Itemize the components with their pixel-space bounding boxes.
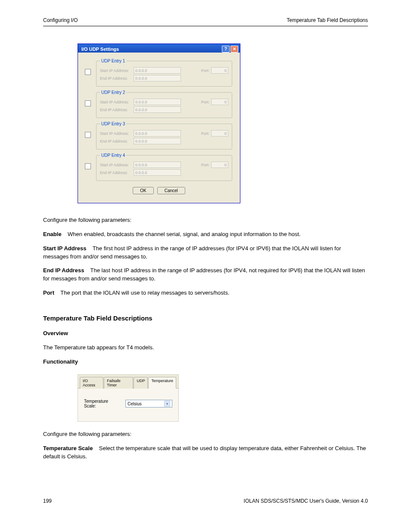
temperature-tab-screenshot: I/O Access Failsafe Timer UDP Temperatur… [78,374,179,422]
temperature-scale-value: Celsius [128,401,142,406]
entry1-legend: UDP Entry 1 [100,59,126,63]
footer-title: IOLAN SDS/SCS/STS/MDC User's Guide, Vers… [244,498,368,504]
field-end-ip: End IP Address The last host IP address … [43,267,368,283]
entry1-port-label: Port: [201,68,209,73]
entry2-legend: UDP Entry 2 [100,90,126,95]
entry2-start-label: Start IP Address: [100,100,134,104]
io-udp-settings-dialog: I/O UDP Settings ? ✕ UDP Entry 1 Start I… [78,44,240,203]
udp-entry-1: UDP Entry 1 Start IP Address: 0.0.0.0 Po… [96,59,232,87]
entry2-end-input[interactable]: 0.0.0.0 [134,106,181,113]
ok-button[interactable]: OK [133,187,153,194]
entry3-port-input[interactable]: 0 [211,130,228,137]
entry1-enable-checkbox[interactable] [85,69,91,75]
section-heading-temperature: Temperature Tab Field Descriptions [43,314,368,322]
entry3-start-input[interactable]: 0.0.0.0 [134,130,181,137]
header-right: Temperature Tab Field Descriptions [286,17,368,23]
field-port: Port The port that the IOLAN will use to… [43,289,368,297]
entry1-port-input[interactable]: 0 [211,67,228,74]
entry1-start-input[interactable]: 0.0.0.0 [134,67,181,74]
temperature-scale-select[interactable]: Celsius ▾ [125,400,172,408]
entry1-end-input[interactable]: 0.0.0.0 [134,75,181,81]
entry3-enable-checkbox[interactable] [85,132,91,138]
entry1-end-label: End IP Address: [100,76,134,81]
overview-heading: Overview [43,330,368,338]
udp-entry-4: UDP Entry 4 Start IP Address: 0.0.0.0 Po… [96,153,232,181]
entry3-port-label: Port: [201,131,209,136]
overview-text: The Temperature tab appears for T4 model… [43,344,368,352]
page-number: 199 [43,498,52,504]
tab-io-access[interactable]: I/O Access [80,377,103,389]
help-icon[interactable]: ? [222,46,230,53]
entry1-start-label: Start IP Address: [100,68,134,73]
entry2-end-label: End IP Address: [100,108,134,112]
entry4-enable-checkbox[interactable] [85,163,91,169]
dialog-titlebar: I/O UDP Settings ? ✕ [78,44,240,53]
configure-intro-2: Configure the following parameters: [43,430,368,439]
temperature-scale-label: Temperature Scale: [84,399,121,408]
close-icon[interactable]: ✕ [230,46,238,53]
chevron-down-icon: ▾ [164,401,170,407]
entry3-legend: UDP Entry 3 [100,121,126,126]
entry3-start-label: Start IP Address: [100,131,134,136]
entry2-start-input[interactable]: 0.0.0.0 [134,99,181,105]
entry4-legend: UDP Entry 4 [100,153,126,158]
entry2-enable-checkbox[interactable] [85,100,91,106]
cancel-button[interactable]: Cancel [157,187,185,194]
entry4-port-input[interactable]: 0 [211,162,228,168]
entry3-end-input[interactable]: 0.0.0.0 [134,138,181,144]
functionality-heading: Functionality [43,358,368,366]
tab-failsafe-timer[interactable]: Failsafe Timer [104,377,133,389]
entry4-end-label: End IP Address: [100,171,134,175]
entry4-port-label: Port: [201,163,209,167]
udp-entry-3: UDP Entry 3 Start IP Address: 0.0.0.0 Po… [96,121,232,149]
tab-temperature[interactable]: Temperature [148,377,176,389]
udp-entry-2: UDP Entry 2 Start IP Address: 0.0.0.0 Po… [96,90,232,118]
field-start-ip: Start IP Address The first host IP addre… [43,245,368,261]
field-enable: Enable When enabled, broadcasts the chan… [43,230,368,239]
entry4-start-input[interactable]: 0.0.0.0 [134,162,181,168]
entry2-port-label: Port: [201,100,209,104]
entry4-end-input[interactable]: 0.0.0.0 [134,169,181,176]
entry2-port-input[interactable]: 0 [211,99,228,105]
dialog-title: I/O UDP Settings [81,47,221,52]
entry4-start-label: Start IP Address: [100,163,134,167]
entry3-end-label: End IP Address: [100,139,134,143]
field-temperature-scale: Temperature Scale Select the temperature… [43,445,368,461]
header-rule [43,26,368,26]
header-left: Configuring I/O [43,17,78,23]
tab-udp[interactable]: UDP [134,377,148,389]
configure-intro: Configure the following parameters: [43,216,368,224]
